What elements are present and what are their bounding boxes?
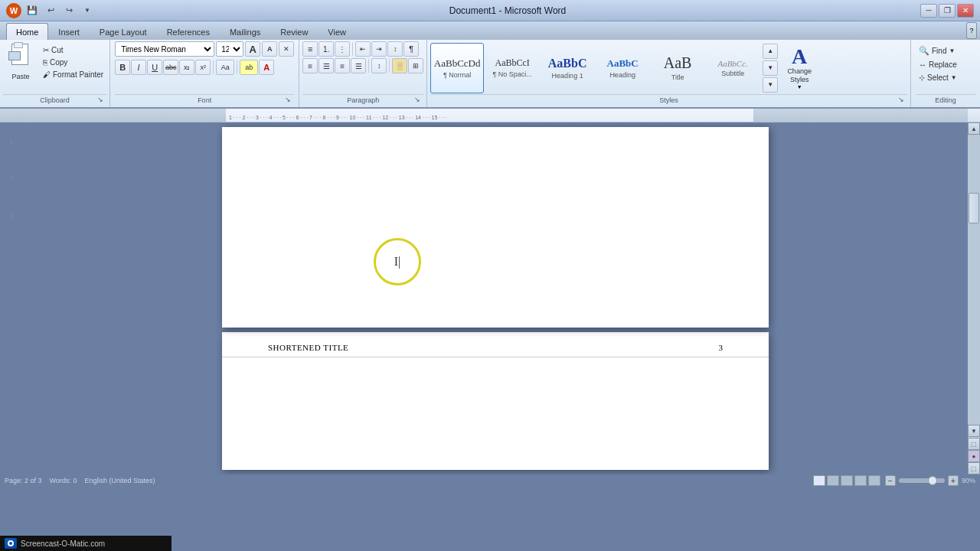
paste-button[interactable]: Paste (3, 41, 38, 83)
clear-format-button[interactable]: ✕ (279, 41, 294, 57)
font-color-button[interactable]: A (259, 60, 274, 75)
style-heading1-box[interactable]: AaBbC Heading 1 (541, 43, 594, 93)
font-size-select[interactable]: 12 (216, 41, 243, 57)
ruler-content[interactable]: 1 · · · 2 · · · 3 · · · 4 · · · 5 · · · … (226, 109, 753, 122)
para-row-2: ≡ ☰ ≡ ☰ ↕ ░ ⊞ (302, 58, 423, 73)
justify-button[interactable]: ☰ (351, 58, 366, 73)
align-left-button[interactable]: ≡ (302, 58, 318, 73)
tab-insert[interactable]: Insert (48, 23, 90, 40)
zoom-slider[interactable] (899, 478, 945, 483)
styles-dialog-launcher[interactable]: ↘ (897, 95, 906, 104)
tab-references[interactable]: References (157, 23, 220, 40)
outline-button[interactable] (854, 475, 867, 486)
border-button[interactable]: ⊞ (408, 58, 423, 73)
bold-button[interactable]: B (115, 60, 130, 75)
text-highlight-button[interactable]: ab (240, 60, 258, 75)
screencast-label: Screencast-O-Matic.com (21, 540, 105, 548)
zoom-thumb[interactable] (928, 476, 937, 485)
style-no-spacing-box[interactable]: AaBbCcI ¶ No Spaci... (485, 43, 539, 93)
browse-select-button[interactable]: ● (968, 450, 980, 462)
tab-review[interactable]: Review (270, 23, 318, 40)
cut-button[interactable]: ✂ Cut (40, 44, 106, 56)
decrease-indent-button[interactable]: ⇤ (355, 41, 371, 57)
align-right-button[interactable]: ≡ (335, 58, 350, 73)
style-title-box[interactable]: AaB Title (651, 43, 704, 93)
copy-label: Copy (50, 58, 67, 67)
multilevel-list-button[interactable]: ⋮ (335, 41, 350, 57)
scroll-track[interactable] (968, 135, 980, 425)
underline-button[interactable]: U (147, 60, 162, 75)
find-button[interactable]: 🔍 Find ▼ (916, 44, 975, 57)
text-cursor: I| (394, 255, 401, 269)
title-bar-left: W 💾 ↩ ↪ ▼ (6, 3, 95, 18)
style-title-label: Title (671, 73, 684, 81)
font-grow-button[interactable]: A (245, 41, 260, 57)
qat-dropdown[interactable]: ▼ (80, 4, 95, 18)
format-painter-button[interactable]: 🖌 Format Painter (40, 69, 106, 80)
style-heading2-box[interactable]: AaBbC Heading (596, 43, 649, 93)
copy-button[interactable]: ⎘ Copy (40, 57, 106, 68)
sort-button[interactable]: ↕ (387, 41, 403, 57)
status-right: − + 90% (813, 475, 975, 486)
print-layout-button[interactable] (813, 475, 825, 486)
style-normal-box[interactable]: AaBbCcDd ¶ Normal (430, 43, 484, 93)
vertical-scrollbar[interactable]: ▲ ▼ ⬚ ● ⬚ (968, 122, 980, 474)
document-area[interactable]: I| SHORTENED TITLE 3 (23, 122, 968, 474)
restore-button[interactable]: ❐ (939, 4, 956, 18)
styles-more-button[interactable]: ▼ (763, 77, 778, 93)
qat-redo[interactable]: ↪ (61, 4, 77, 18)
change-styles-button[interactable]: A ChangeStyles ▼ (779, 44, 819, 92)
strikethrough-button[interactable]: abc (163, 60, 178, 75)
change-case-button[interactable]: Aa (216, 60, 234, 75)
shading-button[interactable]: ░ (392, 58, 407, 73)
browse-next-button[interactable]: ⬚ (968, 462, 980, 474)
web-layout-button[interactable] (841, 475, 853, 486)
scroll-down-button[interactable]: ▼ (968, 425, 980, 437)
change-styles-arrow: ▼ (797, 84, 802, 90)
styles-up-button[interactable]: ▲ (763, 44, 778, 59)
paragraph-dialog-launcher[interactable]: ↘ (413, 95, 422, 104)
increase-indent-button[interactable]: ⇥ (371, 41, 387, 57)
view-buttons (813, 475, 880, 486)
font-group: Times New Roman 12 A A ✕ B I U abc x₂ (110, 40, 299, 107)
qat-save[interactable]: 💾 (24, 4, 40, 18)
style-subtitle-box[interactable]: AaBbCc. Subtitle (706, 43, 760, 93)
screencast-bar: Screencast-O-Matic.com (0, 536, 172, 551)
font-row-2: B I U abc x₂ x² Aa ab A (115, 60, 294, 75)
clipboard-small-btns: ✂ Cut ⎘ Copy 🖌 Format Painter (40, 41, 106, 80)
style-subtitle-preview: AaBbCc. (717, 59, 747, 68)
font-dialog-launcher[interactable]: ↘ (283, 95, 292, 104)
bullet-list-button[interactable]: ≡ (302, 41, 318, 57)
clipboard-dialog-launcher[interactable]: ↘ (96, 95, 105, 104)
styles-down-button[interactable]: ▼ (763, 60, 778, 76)
font-family-select[interactable]: Times New Roman (115, 41, 214, 57)
paragraph-group: ≡ 1. ⋮ ⇤ ⇥ ↕ ¶ ≡ ☰ ≡ ☰ ↕ (299, 40, 427, 107)
superscript-button[interactable]: x² (195, 60, 211, 75)
zoom-plus-button[interactable]: + (948, 475, 959, 486)
line-spacing-button[interactable]: ↕ (371, 58, 387, 73)
change-styles-label: ChangeStyles (787, 67, 812, 84)
align-center-button[interactable]: ☰ (318, 58, 334, 73)
tab-page-layout[interactable]: Page Layout (90, 23, 157, 40)
scroll-up-button[interactable]: ▲ (968, 122, 980, 135)
show-marks-button[interactable]: ¶ (403, 41, 419, 57)
tab-home[interactable]: Home (6, 23, 48, 40)
browse-prev-button[interactable]: ⬚ (968, 438, 980, 450)
qat-undo[interactable]: ↩ (43, 4, 58, 18)
tab-view[interactable]: View (318, 23, 356, 40)
select-button[interactable]: ⊹ Select ▼ (916, 72, 975, 83)
draft-button[interactable] (868, 475, 880, 486)
scroll-thumb[interactable] (969, 193, 979, 223)
minimize-button[interactable]: ─ (920, 4, 937, 18)
italic-button[interactable]: I (131, 60, 146, 75)
numbered-list-button[interactable]: 1. (318, 41, 334, 57)
zoom-minus-button[interactable]: − (885, 475, 896, 486)
replace-button[interactable]: ↔ Replace (916, 59, 975, 70)
full-screen-button[interactable] (827, 475, 839, 486)
subscript-button[interactable]: x₂ (179, 60, 194, 75)
style-heading1-preview: AaBbC (548, 57, 587, 70)
help-button[interactable]: ? (966, 22, 977, 39)
font-shrink-button[interactable]: A (262, 41, 277, 57)
tab-mailings[interactable]: Mailings (220, 23, 270, 40)
close-button[interactable]: ✕ (957, 4, 974, 18)
